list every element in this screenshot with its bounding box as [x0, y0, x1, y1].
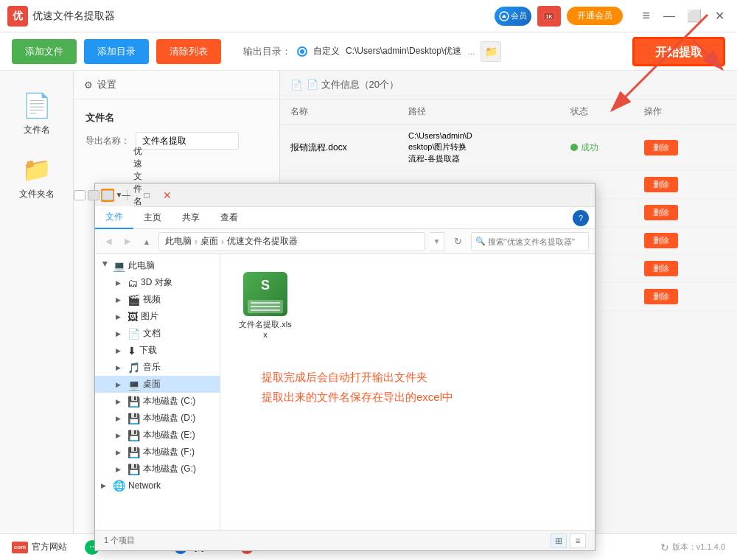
add-dir-button[interactable]: 添加目录	[84, 39, 149, 64]
fe-logo: ▼ 优速文件名提取器	[101, 189, 114, 202]
fe-arrow-music: ▶	[116, 364, 125, 371]
file-action-cell: 删除	[644, 205, 718, 220]
fe-path-thispc: 此电脑	[165, 235, 192, 248]
fe-path-bar[interactable]: 此电脑 › 桌面 › 优速文件名提取器	[158, 232, 425, 251]
fe-line1	[251, 302, 280, 304]
delete-button[interactable]: 删除	[644, 233, 678, 248]
col-action: 操作	[644, 105, 718, 118]
fe-tree-driveC[interactable]: ▶ 💾 本地磁盘 (C:)	[95, 393, 220, 410]
sidebar-item-filename[interactable]: 📄 文件名	[7, 85, 66, 142]
member-badge: 会员	[495, 7, 531, 26]
fe-icon-driveC: 💾	[128, 396, 140, 407]
output-radio[interactable]	[297, 46, 307, 57]
sidebar-item-foldername[interactable]: 📁 文件夹名	[7, 150, 66, 206]
fe-back-btn[interactable]: ◀	[101, 234, 116, 249]
delete-button[interactable]: 删除	[644, 261, 678, 276]
fe-list-view-btn[interactable]: ≡	[570, 533, 586, 548]
fe-refresh-btn[interactable]: ↻	[449, 233, 467, 251]
fe-folder-white	[74, 190, 85, 200]
fe-label-pictures: 图片	[141, 310, 158, 323]
fe-tree-3d[interactable]: ▶ 🗂 3D 对象	[95, 274, 220, 291]
fe-folder-gray	[88, 190, 99, 200]
col-name: 名称	[290, 105, 408, 118]
fe-tab-view[interactable]: 查看	[210, 207, 248, 228]
fe-tree-desktop[interactable]: ▶ 💻 桌面	[95, 376, 220, 393]
fe-path-controls: ▼	[430, 232, 444, 251]
com-icon: com	[12, 542, 28, 553]
fe-up-btn[interactable]: ▲	[139, 234, 154, 249]
fe-label-driveC: 本地磁盘 (C:)	[143, 395, 195, 407]
fe-annotation-line2: 提取出来的文件名保存在导出的excel中	[262, 387, 453, 407]
fe-label-driveG: 本地磁盘 (G:)	[143, 463, 196, 475]
fe-icon-music: 🎵	[128, 362, 140, 374]
fe-tree-driveD[interactable]: ▶ 💾 本地磁盘 (D:)	[95, 410, 220, 427]
fe-label-driveD: 本地磁盘 (D:)	[143, 412, 195, 424]
minimize-button[interactable]: —	[659, 6, 680, 27]
fe-path-app: 优速文件名提取器	[227, 235, 298, 248]
fe-tab-home[interactable]: 主页	[133, 207, 172, 228]
fe-path-desktop: 桌面	[200, 235, 218, 248]
export-name-input[interactable]	[136, 132, 239, 150]
add-file-button[interactable]: 添加文件	[12, 39, 77, 64]
maximize-button[interactable]: ⬜	[684, 6, 705, 27]
fe-tree-driveF[interactable]: ▶ 💾 本地磁盘 (F:)	[95, 444, 220, 461]
fe-minimize-btn[interactable]: —	[117, 188, 135, 203]
foldername-icon: 📁	[22, 155, 52, 183]
start-button[interactable]: 开始提取	[632, 37, 725, 66]
fe-tab-share[interactable]: 共享	[172, 207, 210, 228]
status-text: 成功	[581, 141, 598, 154]
fe-grid-view-btn[interactable]: ⊞	[551, 533, 567, 548]
fe-tree-driveG[interactable]: ▶ 💾 本地磁盘 (G:)	[95, 461, 220, 477]
fe-tree-downloads[interactable]: ▶ ⬇ 下载	[95, 342, 220, 359]
refresh-icon[interactable]: ↻	[660, 542, 669, 553]
fe-item-count: 1 个项目	[104, 535, 135, 546]
fe-xlsx-icon: S	[243, 272, 287, 316]
fe-tab-file[interactable]: 文件	[95, 206, 133, 229]
settings-body: 文件名 导出名称：	[74, 99, 279, 169]
fe-folder-gray2	[102, 190, 113, 200]
fe-label-downloads: 下载	[139, 344, 157, 357]
delete-button[interactable]: 删除	[644, 140, 678, 155]
fe-tree-thispc[interactable]: ▶ 💻 此电脑	[95, 257, 220, 274]
fe-tree-pictures[interactable]: ▶ 🖼 图片	[95, 308, 220, 325]
menu-icon[interactable]: ≡	[638, 5, 654, 27]
fe-label-network: Network	[128, 480, 161, 491]
output-path: C:\Users\admin\Desktop\优速	[346, 45, 461, 57]
delete-button[interactable]: 删除	[644, 177, 678, 192]
fe-file-xlsx[interactable]: S 文件名提取.xlsx	[232, 266, 298, 345]
fe-label-3d: 3D 对象	[141, 276, 172, 289]
svg-point-4	[90, 546, 91, 547]
fe-arrow-3d: ▶	[116, 279, 125, 287]
fe-icon-driveG: 💾	[128, 463, 140, 475]
delete-button[interactable]: 删除	[644, 205, 678, 220]
window-controls: ≡ — ⬜ ✕	[638, 5, 730, 27]
version-section: ↻ 版本：v1.1.4.0	[660, 542, 725, 553]
close-button[interactable]: ✕	[709, 6, 730, 27]
fe-tree-driveE[interactable]: ▶ 💾 本地磁盘 (E:)	[95, 427, 220, 444]
fe-help-btn[interactable]: ?	[573, 210, 589, 226]
fe-tree-docs[interactable]: ▶ 📄 文档	[95, 325, 220, 342]
fe-status-bar: 1 个项目 ⊞ ≡	[95, 530, 595, 550]
upgrade-button[interactable]: 开通会员	[567, 7, 623, 25]
fe-tree-network[interactable]: ▶ 🌐 Network	[95, 477, 220, 494]
bottom-official-website[interactable]: com 官方网站	[12, 541, 67, 553]
output-option: 自定义	[313, 45, 340, 57]
official-website-label: 官方网站	[32, 541, 67, 553]
file-name-cell: 报销流程.docx	[290, 141, 408, 154]
file-icon: 📄	[290, 80, 302, 91]
clear-list-button[interactable]: 清除列表	[156, 39, 221, 64]
fe-search-input[interactable]	[471, 232, 589, 251]
file-action-cell: 删除	[644, 233, 718, 248]
fe-tree-music[interactable]: ▶ 🎵 音乐	[95, 359, 220, 376]
fe-forward-btn[interactable]: ▶	[120, 234, 135, 249]
fe-maximize-btn[interactable]: □	[138, 188, 156, 203]
output-folder-button[interactable]: 📁	[481, 41, 501, 62]
fe-close-btn[interactable]: ✕	[158, 188, 176, 203]
output-more: ...	[467, 46, 475, 57]
fe-arrow-network: ▶	[101, 482, 110, 489]
delete-button[interactable]: 删除	[644, 289, 678, 304]
export-name-row: 导出名称：	[85, 132, 268, 150]
fe-path-dropdown[interactable]: ▼	[430, 232, 444, 251]
fe-tree-video[interactable]: ▶ 🎬 视频	[95, 291, 220, 308]
file-action-cell: 删除	[644, 140, 718, 155]
